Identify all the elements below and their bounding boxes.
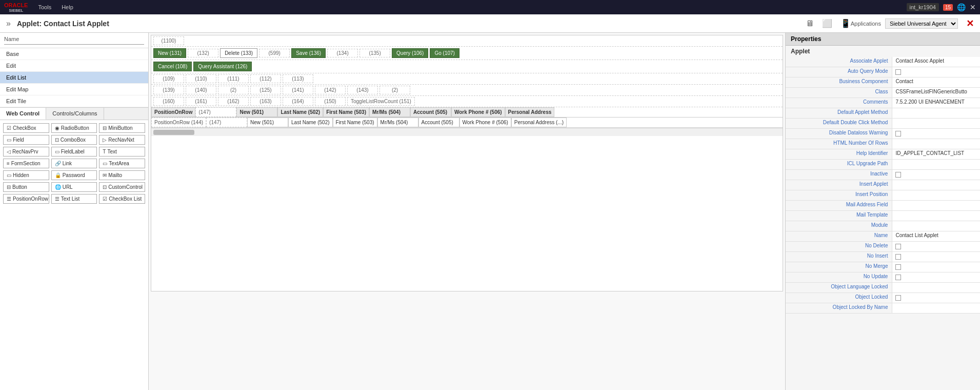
row1-147[interactable]: (147) bbox=[206, 118, 247, 127]
canvas-area[interactable]: (1100) New (131) (132) Delete (133) (599… bbox=[149, 33, 785, 390]
help-menu[interactable]: Help bbox=[62, 4, 73, 10]
row1-mrms[interactable]: Mr/Ms (504) bbox=[377, 118, 418, 127]
prop-default-double-click: Default Double Click Method bbox=[786, 119, 980, 129]
col-account[interactable]: Account (505) bbox=[410, 107, 451, 117]
prop-object-language-locked: Object Language Locked bbox=[786, 283, 980, 293]
tablet-icon[interactable]: ⬜ bbox=[822, 18, 832, 28]
cell-160[interactable]: (160) bbox=[153, 97, 184, 106]
col-personaladdress[interactable]: Personal Address bbox=[505, 107, 555, 117]
sidebar-item-edittile[interactable]: Edit Tile bbox=[0, 95, 148, 107]
desktop-icon[interactable]: 🖥 bbox=[806, 19, 814, 28]
wc-password[interactable]: 🔒Password bbox=[51, 170, 97, 180]
cell-141[interactable]: (141) bbox=[283, 86, 313, 94]
webcontrol-section: Web Control Controls/Columns ☑CheckBox ◉… bbox=[0, 107, 148, 390]
cell-113[interactable]: (113) bbox=[283, 74, 313, 83]
wc-minibutton[interactable]: ⊟MiniButton bbox=[99, 123, 145, 133]
cell-161[interactable]: (161) bbox=[186, 97, 216, 106]
prop-no-delete: No Delete bbox=[786, 242, 980, 252]
row1-firstname[interactable]: First Name (503) bbox=[333, 118, 377, 127]
cell-2b[interactable]: (2) bbox=[379, 86, 410, 94]
cell-togglelistrowcount[interactable]: ToggleListRowCount (151) bbox=[347, 97, 415, 106]
col-new501[interactable]: New (501) bbox=[236, 107, 277, 117]
wc-combobox[interactable]: ⊡ComboBox bbox=[51, 135, 97, 145]
cell-125[interactable]: (125) bbox=[250, 86, 281, 94]
cell-109[interactable]: (109) bbox=[153, 74, 184, 83]
cell-599[interactable]: (599) bbox=[259, 49, 290, 57]
wc-radiobutton[interactable]: ◉RadioButton bbox=[51, 123, 97, 133]
btn-new[interactable]: New (131) bbox=[153, 48, 186, 58]
globe-icon[interactable]: 🌐 bbox=[957, 3, 966, 11]
wc-positiononrow[interactable]: ☰PositionOnRow bbox=[3, 194, 49, 204]
cell-139[interactable]: (139) bbox=[153, 86, 184, 94]
cell-134[interactable]: (134) bbox=[327, 49, 358, 57]
close-button[interactable]: ✕ bbox=[966, 18, 974, 29]
wc-recnavnxt[interactable]: ▷RecNavNxt bbox=[99, 135, 145, 145]
btn-queryasst[interactable]: Query Assistant (126) bbox=[193, 62, 252, 71]
wc-field[interactable]: ▭Field bbox=[3, 135, 49, 145]
close-topbar-icon[interactable]: ✕ bbox=[970, 3, 976, 11]
applications-label: Applications bbox=[851, 21, 881, 27]
cell-163[interactable]: (163) bbox=[250, 97, 281, 106]
wc-checkbox[interactable]: ☑CheckBox bbox=[3, 123, 49, 133]
wc-formsection[interactable]: ≡FormSection bbox=[3, 159, 49, 168]
tools-menu[interactable]: Tools bbox=[38, 4, 51, 10]
row1-lastname[interactable]: Last Name (502) bbox=[288, 118, 332, 127]
applications-select[interactable]: Siebel Universal Agent bbox=[885, 18, 958, 29]
cell-143[interactable]: (143) bbox=[347, 86, 378, 94]
prop-class: Class CSSFrameListFINGenericButto bbox=[786, 88, 980, 98]
sidebar-item-edit[interactable]: Edit bbox=[0, 60, 148, 72]
row1-positiononrow[interactable]: PositionOnRow (144) bbox=[151, 118, 206, 127]
wc-link[interactable]: 🔗Link bbox=[51, 159, 97, 168]
sidebar-toggle[interactable]: » bbox=[6, 19, 11, 28]
col-mrms[interactable]: Mr/Ms (504) bbox=[369, 107, 410, 117]
btn-go[interactable]: Go (107) bbox=[430, 48, 459, 58]
tab-controls-columns[interactable]: Controls/Columns bbox=[46, 108, 104, 120]
row1-personaladdress[interactable]: Personal Address (...) bbox=[511, 118, 567, 127]
topbar: ORACLE SIEBEL Tools Help int_kr1904 15 🌐… bbox=[0, 0, 980, 14]
wc-customcontrol[interactable]: ⊡CustomControl bbox=[99, 182, 145, 192]
cell-150[interactable]: (150) bbox=[315, 97, 346, 106]
wc-url[interactable]: 🌐URL bbox=[51, 182, 97, 192]
sidebar-item-base[interactable]: Base bbox=[0, 48, 148, 60]
col-workphone[interactable]: Work Phone # (506) bbox=[451, 107, 505, 117]
col-positiononrow[interactable]: PositionOnRow bbox=[151, 107, 195, 117]
row1-workphone[interactable]: Work Phone # (506) bbox=[459, 118, 511, 127]
wc-textarea[interactable]: ▭TextArea bbox=[99, 159, 145, 168]
user-info: int_kr1904 bbox=[907, 3, 939, 11]
btn-query[interactable]: Query (106) bbox=[392, 48, 428, 58]
wc-hidden[interactable]: ▭Hidden bbox=[3, 170, 49, 180]
row1-account[interactable]: Account (505) bbox=[418, 118, 459, 127]
cell-112[interactable]: (112) bbox=[250, 74, 281, 83]
prop-insert-position: Insert Position bbox=[786, 190, 980, 201]
sidebar-item-editmap[interactable]: Edit Map bbox=[0, 84, 148, 95]
canvas-inner: (1100) New (131) (132) Delete (133) (599… bbox=[151, 35, 783, 291]
sidebar-item-editlist[interactable]: Edit List bbox=[0, 72, 148, 84]
wc-textlist[interactable]: ☰Text List bbox=[51, 194, 97, 204]
cell-162[interactable]: (162) bbox=[218, 97, 249, 106]
wc-text[interactable]: TText bbox=[99, 147, 145, 157]
btn-cancel[interactable]: Cancel (108) bbox=[153, 62, 192, 71]
cell-135[interactable]: (135) bbox=[359, 49, 390, 57]
cell-111[interactable]: (111) bbox=[218, 74, 249, 83]
tab-webcontrol[interactable]: Web Control bbox=[0, 108, 46, 120]
mobile-icon[interactable]: 📱 bbox=[841, 18, 851, 28]
wc-button[interactable]: ⊟Button bbox=[3, 182, 49, 192]
cell-132[interactable]: (132) bbox=[188, 49, 218, 57]
cell-1100[interactable]: (1100) bbox=[153, 36, 184, 45]
col-lastname[interactable]: Last Name (502) bbox=[277, 107, 323, 117]
btn-save[interactable]: Save (136) bbox=[291, 48, 326, 58]
cell-164[interactable]: (164) bbox=[283, 97, 313, 106]
cell-142[interactable]: (142) bbox=[315, 86, 346, 94]
wc-fieldlabel[interactable]: ▭FieldLabel bbox=[51, 147, 97, 157]
wc-checkboxlist[interactable]: ☑CheckBox List bbox=[99, 194, 145, 204]
btn-delete[interactable]: Delete (133) bbox=[220, 48, 257, 58]
col-firstname[interactable]: First Name (503) bbox=[323, 107, 369, 117]
cell-140[interactable]: (140) bbox=[186, 86, 216, 94]
row1-new501[interactable]: New (501) bbox=[247, 118, 288, 127]
wc-recnavprv[interactable]: ◁RecNavPrv bbox=[3, 147, 49, 157]
cell-110[interactable]: (110) bbox=[186, 74, 216, 83]
wc-mailto[interactable]: ✉Mailto bbox=[99, 170, 145, 180]
col-147[interactable]: (147) bbox=[195, 107, 236, 117]
cell-2a[interactable]: (2) bbox=[218, 86, 249, 94]
name-section: Name bbox=[0, 33, 148, 48]
